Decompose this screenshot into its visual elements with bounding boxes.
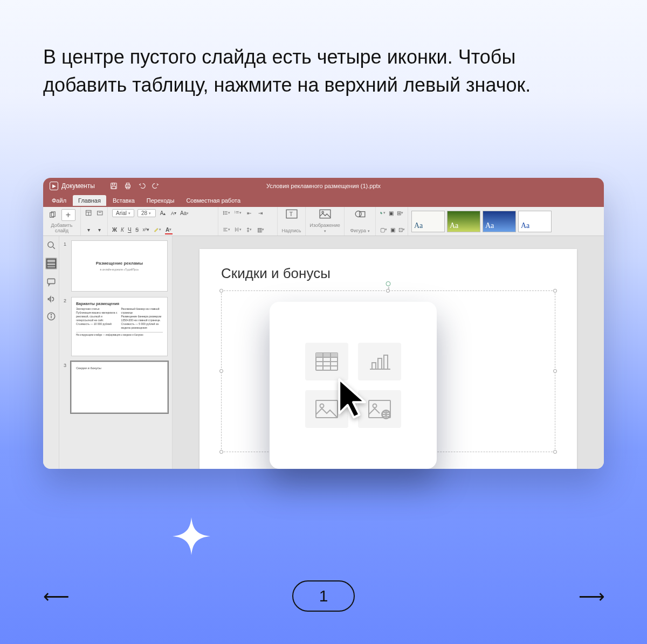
thumb-row-2[interactable]: 2 Варианты размещения Экспертная статья … <box>64 297 168 356</box>
image-label: Изображение ▾ <box>309 223 340 233</box>
image-icon[interactable] <box>319 209 331 219</box>
textbox-icon[interactable]: T <box>286 209 298 219</box>
svg-text:2: 2 <box>235 212 236 214</box>
prev-arrow[interactable]: ⟵ <box>43 585 68 607</box>
thumb-row-3[interactable]: 3 Скидки и бонусы <box>64 362 168 413</box>
svg-rect-2 <box>112 186 115 189</box>
svg-point-56 <box>320 404 324 408</box>
svg-rect-53 <box>378 358 382 369</box>
svg-rect-40 <box>47 279 55 283</box>
valign-icon[interactable]: ▾ <box>234 226 242 233</box>
page-indicator: 1 <box>292 580 355 612</box>
theme-2[interactable]: Aa <box>447 211 480 232</box>
numbering-icon[interactable]: 12▾ <box>234 209 242 217</box>
grow-font-icon[interactable]: A▴ <box>159 210 167 217</box>
svg-point-35 <box>47 242 53 247</box>
italic-button[interactable]: К <box>121 227 124 233</box>
svg-rect-5 <box>126 187 129 189</box>
group-icon[interactable]: ▣ <box>390 226 395 233</box>
add-slide-button[interactable]: + <box>61 209 75 221</box>
svg-point-43 <box>51 314 51 315</box>
slide-title[interactable]: Скидки и бонусы <box>221 265 555 282</box>
decrease-indent-icon[interactable]: ⇤ <box>245 209 253 217</box>
ribbon-layout-group: ▾ ▾ <box>81 207 108 236</box>
document-title: Условия рекламного размещения (1).pptx <box>266 183 381 189</box>
fill-color-icon[interactable]: ▾ <box>380 209 386 217</box>
resize-handle[interactable] <box>386 289 390 293</box>
menu-transitions[interactable]: Переходы <box>141 195 180 206</box>
reset-icon[interactable] <box>97 209 104 217</box>
send-back-icon[interactable]: ▢▾ <box>380 226 387 233</box>
align-icon[interactable]: ▾ <box>223 226 230 233</box>
svg-rect-11 <box>97 211 102 215</box>
increase-indent-icon[interactable]: ⇥ <box>257 209 264 217</box>
search-icon[interactable] <box>46 240 56 250</box>
strike-button[interactable]: Ꞩ <box>135 227 139 233</box>
line-spacing-icon[interactable]: ‡▾ <box>245 226 253 233</box>
shape-icon[interactable] <box>354 209 366 219</box>
columns-icon[interactable]: ▥▾ <box>257 226 264 233</box>
menu-insert[interactable]: Вставка <box>107 195 140 206</box>
redo-icon[interactable] <box>152 182 160 190</box>
svg-point-17 <box>223 214 224 214</box>
add-slide-label: Добавить слайд <box>47 223 76 233</box>
sparkle-icon <box>173 517 210 555</box>
resize-handle[interactable] <box>553 450 557 454</box>
shrink-font-icon[interactable]: A▾ <box>170 210 177 217</box>
underline-button[interactable]: Ч <box>128 227 132 233</box>
ribbon-paragraph-group: ▾ 12▾ ⇤ ⇥ ▾ ▾ ‡▾ ▥▾ <box>218 207 278 236</box>
side-rail <box>43 236 59 469</box>
menu-home[interactable]: Главная <box>73 195 106 206</box>
svg-point-32 <box>321 211 323 213</box>
bold-button[interactable]: Ж <box>112 227 117 233</box>
slide-settings-icon[interactable]: ▾ <box>85 226 92 233</box>
svg-line-36 <box>53 247 54 248</box>
insert-table-button[interactable] <box>305 343 348 380</box>
font-name-select[interactable]: Arial▾ <box>112 209 134 217</box>
theme-1[interactable]: Aa <box>411 211 445 232</box>
next-arrow[interactable]: ⟶ <box>579 585 604 607</box>
menu-file[interactable]: Файл <box>46 195 72 206</box>
shape-label: Фигура ▾ <box>350 228 369 233</box>
rotate-handle-icon[interactable] <box>386 281 391 286</box>
undo-icon[interactable] <box>138 182 146 190</box>
svg-point-13 <box>223 211 224 212</box>
menubar: Файл Главная Вставка Переходы Совместная… <box>43 194 604 207</box>
svg-text:T: T <box>289 211 293 217</box>
bullets-icon[interactable]: ▾ <box>223 209 230 217</box>
thumb-row-1[interactable]: 1 Размещение рекламы в онлайн-журнале «Т… <box>64 240 168 292</box>
font-size-select[interactable]: 28▾ <box>137 209 156 217</box>
pager: ⟵ 1 ⟶ <box>0 580 647 612</box>
highlight-icon[interactable]: ▾ <box>154 226 161 233</box>
menu-collab[interactable]: Совместная работа <box>181 195 246 206</box>
layout-icon[interactable] <box>85 209 92 217</box>
theme-3[interactable]: Aa <box>483 211 516 232</box>
resize-handle[interactable] <box>219 289 223 293</box>
rotate-icon[interactable]: ⊡▾ <box>398 226 405 233</box>
resize-handle[interactable] <box>219 369 223 373</box>
copy-icon[interactable] <box>49 211 56 219</box>
bring-front-icon[interactable]: ▣ <box>389 209 394 217</box>
insert-chart-button[interactable] <box>358 343 401 380</box>
print-icon[interactable] <box>124 182 132 190</box>
instruction-text: В центре пустого слайда есть четыре икон… <box>43 43 604 99</box>
feedback-icon[interactable] <box>46 294 56 304</box>
resize-handle[interactable] <box>553 369 557 373</box>
ribbon-shape-group: Фигура ▾ <box>345 207 376 236</box>
superscript-icon[interactable]: x²▾ <box>142 226 150 233</box>
info-icon[interactable] <box>46 311 56 321</box>
ribbon-arrange-group: ▾ ▣ ⊞▾ ▢▾ ▣ ⊡▾ <box>376 207 408 236</box>
align-objects-icon[interactable]: ⊞▾ <box>397 209 403 217</box>
resize-handle[interactable] <box>553 289 557 293</box>
theme-4[interactable]: Aa <box>518 211 552 232</box>
save-icon[interactable] <box>110 182 118 190</box>
change-case-icon[interactable]: Aa▾ <box>181 210 188 217</box>
comments-icon[interactable] <box>46 277 56 287</box>
font-color-icon[interactable]: A▾ <box>165 226 173 233</box>
quick-access-toolbar <box>110 182 160 190</box>
slides-panel-icon[interactable] <box>45 258 57 269</box>
ribbon-textbox-group: T Надпись <box>278 207 306 236</box>
titlebar: ▶ Документы Условия рекламного размещени… <box>43 178 604 194</box>
delete-slide-icon[interactable]: ▾ <box>97 226 104 233</box>
resize-handle[interactable] <box>219 450 223 454</box>
